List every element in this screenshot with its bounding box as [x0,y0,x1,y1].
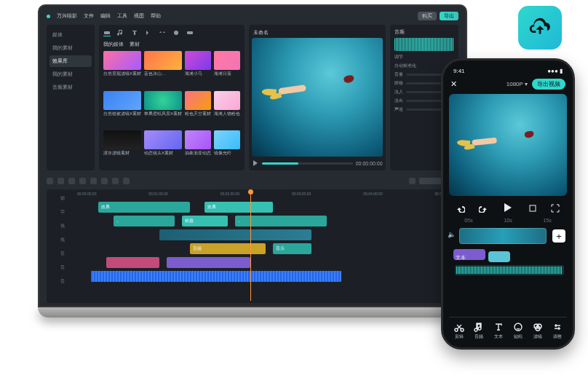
timeline-clip[interactable]: 效果 [98,202,189,213]
menu-tools[interactable]: 工具 [117,12,127,20]
text-icon[interactable] [131,29,138,36]
timeline-clip[interactable]: 标题 [182,216,228,227]
resolution-selector[interactable]: 1080P ▾ [506,81,528,87]
phone-preview-video[interactable] [449,94,567,196]
track-header[interactable]: 音 [49,247,76,261]
marker-icon[interactable] [123,178,130,184]
phone-clip-2[interactable] [488,251,510,262]
phone-text-track[interactable]: 文本 [449,249,567,262]
phone-redo-icon[interactable] [479,204,488,213]
timeline-track[interactable] [76,228,456,242]
phone-fullscreen-icon[interactable] [551,204,560,213]
add-clip-button[interactable]: + [552,229,565,243]
track-header[interactable]: 视 [49,219,76,233]
timeline-clip[interactable] [167,257,250,268]
element-icon[interactable] [172,29,180,36]
timeline-clip[interactable]: - [235,216,326,227]
media-thumb[interactable]: 潜水滤镜素材 [103,130,141,168]
phone-export-button[interactable]: 导出视频 [532,79,565,90]
media-thumb[interactable]: 镜像光纤 [214,130,240,168]
timeline-track[interactable] [76,256,456,269]
timeline-clip[interactable]: 音乐 [273,243,311,254]
track-header[interactable]: 锁 [49,192,76,205]
media-subtab-stock[interactable]: 素材 [130,41,140,48]
phone-tab-audio[interactable]: 音频 [474,322,484,340]
sidebar-item-media[interactable]: 媒体 [49,29,92,41]
phone-tab-text[interactable]: 文本 [493,322,504,340]
zoom-out-icon[interactable] [409,178,416,184]
media-thumb[interactable]: 海滩日落 [214,51,240,88]
sidebar-item-assets-2[interactable]: 我的素材 [49,68,92,80]
timeline-clip[interactable]: 效果 [204,202,273,213]
media-thumb[interactable]: 自然植被滤镜X素材 [103,91,141,128]
export-pill[interactable]: 导出 [440,12,458,20]
timeline-track[interactable] [76,283,456,297]
phone-play-icon[interactable] [502,202,514,214]
close-icon[interactable]: ✕ [450,79,457,89]
media-thumb[interactable]: 海滩人物粉色 [214,91,240,128]
redo-icon[interactable] [57,178,64,184]
timeline-clip[interactable] [106,257,159,268]
track-header[interactable]: 音 [49,261,76,275]
menu-help[interactable]: 帮助 [151,12,161,20]
timeline-clip[interactable] [91,271,342,282]
media-thumb[interactable]: 自然景观滤镜X素材 [103,51,141,88]
props-auto-norm[interactable]: 自动标准化 [394,63,416,69]
phone-tab-cut[interactable]: 剪辑 [454,322,464,340]
media-thumb[interactable]: 抽象渐变动态 [185,130,211,168]
phone-undo-icon[interactable] [456,204,465,213]
sidebar-item-audio[interactable]: 音频素材 [49,82,92,93]
menu-file[interactable]: 文件 [84,12,94,20]
props-tab[interactable]: 调节 [394,54,454,60]
media-thumb[interactable]: 海滩小马 [185,51,211,88]
undo-icon[interactable] [47,178,53,184]
media-thumb[interactable]: 苹果壁纸风景X素材 [144,91,182,128]
menu-view[interactable]: 视图 [134,12,144,20]
phone-text-clip[interactable]: 文本 [453,249,485,260]
phone-tab-adjust[interactable]: 调整 [552,322,563,340]
crop-icon[interactable] [90,178,97,184]
music-icon[interactable] [117,29,124,36]
folder-icon[interactable] [103,29,111,36]
phone-crop-icon[interactable] [528,204,537,213]
media-thumb[interactable]: 蓝色冰山… [144,51,182,88]
tracks-area[interactable]: 效果效果-标题-音频音乐 [76,200,456,297]
timeline-clip[interactable] [159,229,311,240]
transition-icon[interactable] [159,29,166,36]
phone-video-clip[interactable] [459,228,547,244]
cloud-download-badge[interactable] [518,6,562,50]
preview-video[interactable] [252,38,383,157]
track-header[interactable]: 视 [49,233,76,247]
sidebar-item-my-assets[interactable]: 我的素材 [49,42,92,54]
play-icon[interactable] [252,159,259,167]
cut-icon[interactable] [68,178,75,184]
track-header[interactable]: 字 [49,205,76,219]
media-thumb[interactable]: 粉色天空素材 [185,91,211,128]
timeline-track[interactable] [76,269,456,283]
color-icon[interactable] [112,178,119,184]
timeline-track[interactable]: -标题- [76,214,456,228]
fx-icon[interactable] [145,29,152,36]
preview-progress[interactable] [262,162,353,165]
playhead[interactable] [250,192,251,301]
menu-edit[interactable]: 编辑 [100,12,111,20]
phone-audio-track[interactable] [449,265,567,277]
timeline-track[interactable]: 音频音乐 [76,242,456,256]
media-thumb[interactable]: 动态镜头X素材 [144,130,182,168]
timeline-track[interactable]: 效果效果 [76,200,456,214]
phone-tab-sticker[interactable]: 贴纸 [513,322,523,340]
sidebar-item-effects[interactable]: 效果库 [49,55,92,67]
mute-icon[interactable]: 🔈 [448,231,456,238]
media-subtab-my[interactable]: 我的媒体 [103,41,124,48]
phone-video-track[interactable]: 🔈 + [449,226,567,246]
timeline-body[interactable]: 00:00:00:0000:01:00:0000:02:00:0000:03:0… [76,192,456,301]
phone-tab-filter[interactable]: 滤镜 [533,322,543,340]
track-header[interactable]: 音 [49,275,76,288]
delete-icon[interactable] [79,178,86,184]
speed-icon[interactable] [101,178,108,184]
phone-audio-clip[interactable] [455,265,564,275]
subtitle-icon[interactable] [186,29,194,36]
buy-pill[interactable]: 购买 [418,12,437,20]
timeline-clip[interactable]: - [114,216,175,227]
time-ruler[interactable]: 00:00:00:0000:01:00:0000:02:00:0000:03:0… [76,192,456,200]
